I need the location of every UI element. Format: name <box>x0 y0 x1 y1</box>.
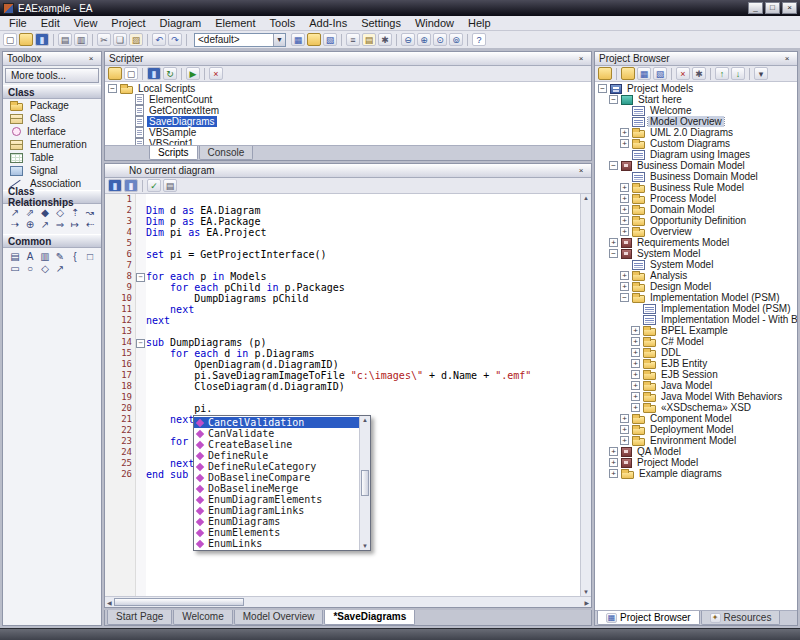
expander[interactable]: + <box>620 183 629 192</box>
project-browser-close-icon[interactable]: × <box>781 53 793 64</box>
scroll-down-icon[interactable]: ▼ <box>583 589 589 595</box>
autocomplete-item-enumdiagramelements[interactable]: EnumDiagramElements <box>194 494 359 505</box>
expander[interactable]: + <box>631 403 640 412</box>
menu-window[interactable]: Window <box>408 16 461 31</box>
notes-icon[interactable]: ▤ <box>362 33 376 46</box>
scroll-right-icon[interactable]: ▶ <box>584 599 589 606</box>
text-icon[interactable]: A <box>24 251 36 262</box>
tree-item-domain-model[interactable]: +Domain Model <box>595 204 797 215</box>
tree-item-deployment-model[interactable]: +Deployment Model <box>595 424 797 435</box>
autocomplete-item-createbaseline[interactable]: CreateBaseline <box>194 439 359 450</box>
expander[interactable]: + <box>620 205 629 214</box>
print-icon[interactable]: ▤ <box>58 33 72 46</box>
tree-item-xsdschema-xsd[interactable]: +«XSDschema» XSD <box>595 402 797 413</box>
tree-item-implementation-model-with-behaviors[interactable]: Implementation Model - With Behaviors <box>595 314 797 325</box>
properties-icon[interactable]: ≡ <box>346 33 360 46</box>
tree-item-vbscript1[interactable]: VBScript1 <box>105 138 591 145</box>
toolbox-item-class[interactable]: Class <box>3 112 101 125</box>
expander[interactable]: + <box>620 216 629 225</box>
tree-item-analysis[interactable]: +Analysis <box>595 270 797 281</box>
document-tab-model-overview[interactable]: Model Overview <box>234 610 324 625</box>
new-package-icon[interactable] <box>621 67 635 80</box>
expander[interactable]: + <box>631 326 640 335</box>
expander[interactable]: + <box>609 458 618 467</box>
browser-options-icon[interactable]: ▾ <box>754 67 768 80</box>
scripter-tab-scripts[interactable]: Scripts <box>149 146 198 160</box>
tree-item-c-model[interactable]: +C# Model <box>595 336 797 347</box>
autocomplete-item-canvalidate[interactable]: CanValidate <box>194 428 359 439</box>
dependency-icon[interactable]: ↝ <box>84 207 96 218</box>
editor-close-icon[interactable]: × <box>575 165 587 176</box>
scroll-up-icon[interactable]: ▲ <box>583 195 589 201</box>
toolbox-item-interface[interactable]: Interface <box>3 125 101 138</box>
scroll-down-icon[interactable]: ▼ <box>362 543 368 549</box>
instantiate-icon[interactable]: ⇒ <box>54 219 66 230</box>
autocomplete-item-definerulecategory[interactable]: DefineRuleCategory <box>194 461 359 472</box>
expander[interactable]: + <box>620 139 629 148</box>
tree-item-example-diagrams[interactable]: +Example diagrams <box>595 468 797 479</box>
new-package-icon[interactable] <box>307 33 321 46</box>
toolbox-item-enumeration[interactable]: Enumeration <box>3 138 101 151</box>
generalize-icon[interactable]: ⇗ <box>24 207 36 218</box>
autocomplete-item-definerule[interactable]: DefineRule <box>194 450 359 461</box>
decision-icon[interactable]: ◇ <box>39 263 51 274</box>
tree-item-business-domain-model[interactable]: −Business Domain Model <box>595 160 797 171</box>
associate-icon[interactable]: ↗ <box>9 207 21 218</box>
toolbox-section-common[interactable]: Common <box>3 234 101 248</box>
maximize-button[interactable]: □ <box>765 2 780 14</box>
panel-tab-resources[interactable]: ✦Resources <box>701 611 781 625</box>
new-element-icon[interactable]: ▧ <box>323 33 337 46</box>
zoom-fit-icon[interactable]: ⊚ <box>449 33 463 46</box>
menu-project[interactable]: Project <box>104 16 152 31</box>
new-file-icon[interactable]: ▢ <box>3 33 17 46</box>
tree-item-model-overview[interactable]: Model Overview <box>595 116 797 127</box>
tree-item-savediagrams[interactable]: SaveDiagrams <box>105 116 591 127</box>
zoom-in-icon[interactable]: ⊕ <box>417 33 431 46</box>
expander[interactable]: − <box>620 293 629 302</box>
delete-script-icon[interactable]: × <box>209 67 223 80</box>
realize-icon[interactable]: ⇡ <box>69 207 81 218</box>
tree-item-component-model[interactable]: +Component Model <box>595 413 797 424</box>
tree-item-java-model-with-behaviors[interactable]: +Java Model With Behaviors <box>595 391 797 402</box>
expander[interactable]: + <box>631 392 640 401</box>
undo-icon[interactable]: ↶ <box>152 33 166 46</box>
save-icon[interactable]: ▮ <box>147 67 161 80</box>
tree-item-project-models[interactable]: −Project Models <box>595 83 797 94</box>
expander[interactable]: − <box>609 249 618 258</box>
new-element-icon[interactable]: ▧ <box>653 67 667 80</box>
search-icon[interactable]: ✱ <box>378 33 392 46</box>
save-all-icon[interactable]: ▮ <box>124 179 138 192</box>
paste-icon[interactable]: ▨ <box>129 33 143 46</box>
resources-tab-icon[interactable]: ✦ <box>710 613 721 623</box>
autocomplete-item-enumdiagrams[interactable]: EnumDiagrams <box>194 516 359 527</box>
tree-item-process-model[interactable]: +Process Model <box>595 193 797 204</box>
tree-item-custom-diagrams[interactable]: +Custom Diagrams <box>595 138 797 149</box>
code-area[interactable]: 12Dim d as EA.Diagram3Dim p as EA.Packag… <box>105 194 580 596</box>
compose-icon[interactable]: ◆ <box>39 207 51 218</box>
tree-item-overview[interactable]: +Overview <box>595 226 797 237</box>
scroll-left-icon[interactable]: ◀ <box>107 599 112 606</box>
expander[interactable]: − <box>609 95 618 104</box>
expander[interactable]: − <box>598 84 607 93</box>
tree-item-requirements-model[interactable]: +Requirements Model <box>595 237 797 248</box>
tree-item-elementcount[interactable]: ElementCount <box>105 94 591 105</box>
document-tab-welcome[interactable]: Welcome <box>173 610 233 625</box>
toolbox-section-class[interactable]: Class <box>3 85 101 99</box>
close-button[interactable]: × <box>782 2 797 14</box>
tree-item-getcontextitem[interactable]: GetContextItem <box>105 105 591 116</box>
expander[interactable]: + <box>620 282 629 291</box>
expander[interactable]: + <box>631 381 640 390</box>
tree-item-environment-model[interactable]: +Environment Model <box>595 435 797 446</box>
expander[interactable]: + <box>631 359 640 368</box>
expander[interactable]: − <box>609 161 618 170</box>
note-icon[interactable]: ▤ <box>9 251 21 262</box>
open-project-icon[interactable] <box>598 67 612 80</box>
editor-vertical-scrollbar[interactable]: ▲ ▼ <box>580 194 591 596</box>
tree-item-diagram-using-images[interactable]: Diagram using Images <box>595 149 797 160</box>
tree-item-ejb-entity[interactable]: +EJB Entity <box>595 358 797 369</box>
notelink-icon[interactable]: ↗ <box>39 219 51 230</box>
constraint-icon[interactable]: { <box>69 251 81 262</box>
expander[interactable]: + <box>620 227 629 236</box>
link-icon[interactable]: ↗ <box>54 263 66 274</box>
zoom-out-icon[interactable]: ⊖ <box>401 33 415 46</box>
